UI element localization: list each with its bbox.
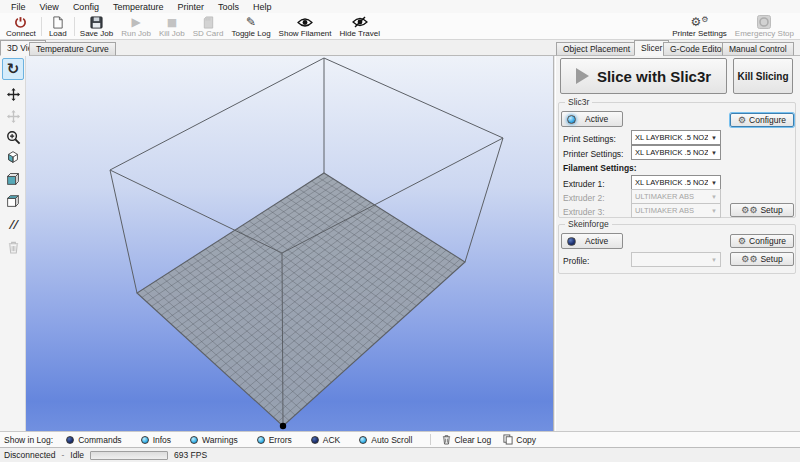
filament-settings-header: Filament Settings: [563,163,637,173]
copy-icon [503,434,513,445]
gears-icon: ⚙⚙ [741,205,757,215]
magnifier-icon [6,130,21,145]
kill-slicing-button[interactable]: Kill Slicing [733,58,793,94]
kill-job-button: ■ Kill Job [155,14,189,39]
autoscroll-dot-icon [359,436,367,444]
extruder2-label: Extruder 2: [563,193,605,203]
printer-settings-button[interactable]: ⚙⚙ Printer Settings [668,14,731,39]
stop-icon: ■ [167,15,177,29]
hide-travel-button[interactable]: Hide Travel [336,14,384,39]
toolbar-spacer [384,14,668,39]
menu-help[interactable]: Help [246,1,279,13]
profile-label: Profile: [563,256,589,266]
slic3r-group-title: Slic3r [565,97,592,107]
menu-temperature[interactable]: Temperature [106,1,171,13]
main-toolbar: Connect Load Save Job ▶ Run Job ■ Kill J… [0,13,800,40]
slice-play-icon [576,68,589,84]
extruder1-label: Extruder 1: [563,179,605,189]
menu-config[interactable]: Config [66,1,106,13]
log-filter-bar: Show in Log: Commands Infos Warnings Err… [0,431,800,447]
sd-card-icon [203,15,214,29]
log-toggle-errors[interactable]: Errors [252,434,297,446]
slicer-panel: Slice with Slic3r Kill Slicing Slic3r Ac… [556,56,800,431]
profile-select: ▼ [631,252,721,267]
printer-settings-select[interactable]: XL LAYBRICK .5 NOZZLE ▼ [631,145,721,160]
log-toggle-autoscroll[interactable]: Auto Scroll [354,434,417,446]
print-settings-label: Print Settings: [563,134,616,144]
log-toggle-warnings[interactable]: Warnings [185,434,243,446]
chevron-down-icon: ▼ [708,257,720,263]
log-toggle-infos[interactable]: Infos [136,434,176,446]
ack-dot-icon [311,436,319,444]
skeinforge-active-button[interactable]: Active [561,233,623,249]
status-bar: Disconnected - Idle 693 FPS [0,447,800,462]
extruder2-select: ULTIMAKER ABS ▼ [631,189,721,204]
move-object-icon [6,109,21,124]
load-button[interactable]: Load [43,14,73,39]
zoom-view-button[interactable] [2,126,24,148]
slic3r-active-button[interactable]: Active [561,111,623,127]
front-view-button[interactable] [2,168,24,190]
infos-dot-icon [141,436,149,444]
slice-button[interactable]: Slice with Slic3r [560,58,727,94]
errors-dot-icon [257,436,265,444]
tab-strip: 3D View Temperature Curve Object Placeme… [0,40,800,56]
tab-temperature-curve[interactable]: Temperature Curve [29,42,116,56]
trash-icon [442,434,451,445]
pan-view-button[interactable] [2,83,24,105]
job-progress-bar [90,451,168,460]
toggle-log-button[interactable]: ✎ Toggle Log [227,14,274,39]
log-toggle-commands[interactable]: Commands [61,434,126,446]
gears-icon: ⚙⚙ [741,254,757,264]
copy-log-button[interactable]: Copy [498,433,541,446]
print-bed-viewport[interactable] [26,56,553,431]
menu-bar: File View Config Temperature Printer Too… [0,0,800,13]
rotate-view-button[interactable]: ↻ [2,58,24,80]
trash-icon [7,240,20,254]
clear-log-button[interactable]: Clear Log [437,433,496,446]
isometric-view-button[interactable] [2,146,24,168]
extruder3-label: Extruder 3: [563,207,605,217]
menu-tools[interactable]: Tools [211,1,246,13]
parallel-projection-button[interactable]: // [2,213,24,235]
skeinforge-setup-button[interactable]: ⚙⚙ Setup [730,252,794,266]
log-toggle-ack[interactable]: ACK [306,434,345,446]
tab-manual-control[interactable]: Manual Control [722,42,794,56]
extruder1-select[interactable]: XL LAYBRICK .5 NOZZLE ▼ [631,175,721,190]
tab-object-placement[interactable]: Object Placement [556,42,637,56]
log-bar-separator [430,434,431,445]
skeinforge-configure-button[interactable]: ⚙ Configure [730,234,794,248]
print-bed-scene [26,56,552,431]
radio-inactive-icon [567,237,576,246]
menu-view[interactable]: View [33,1,66,13]
play-icon: ▶ [131,15,140,29]
radio-active-icon [567,115,576,124]
power-icon [14,15,27,29]
eye-icon [297,15,313,29]
floppy-icon [90,15,103,29]
save-job-button[interactable]: Save Job [76,14,117,39]
fps-counter: 693 FPS [174,450,207,460]
main-area: ↻ // Slice with Slic3r [0,56,800,431]
emergency-stop-button: Emergency Stop [731,14,798,39]
connect-button[interactable]: Connect [2,14,40,39]
chevron-down-icon: ▼ [708,194,720,200]
document-icon [52,15,64,29]
chevron-down-icon: ▼ [708,150,720,156]
parallel-lines-icon: // [9,219,17,230]
run-job-button: ▶ Run Job [117,14,155,39]
top-view-button[interactable] [2,190,24,212]
extruder3-select: ULTIMAKER ABS ▼ [631,203,721,218]
slic3r-setup-button[interactable]: ⚙⚙ Setup [730,203,794,217]
menu-printer[interactable]: Printer [170,1,211,13]
pencil-icon: ✎ [246,15,256,29]
print-settings-select[interactable]: XL LAYBRICK .5 NOZZLE ▼ [631,130,721,145]
gear-icon: ⚙ [738,115,746,125]
show-in-log-label: Show in Log: [4,435,53,445]
menu-file[interactable]: File [4,1,33,13]
cube-top-icon [5,193,21,209]
cube-front-icon [5,171,21,187]
show-filament-button[interactable]: Show Filament [275,14,336,39]
slic3r-configure-button[interactable]: ⚙ Configure [730,113,794,127]
commands-dot-icon [66,436,74,444]
